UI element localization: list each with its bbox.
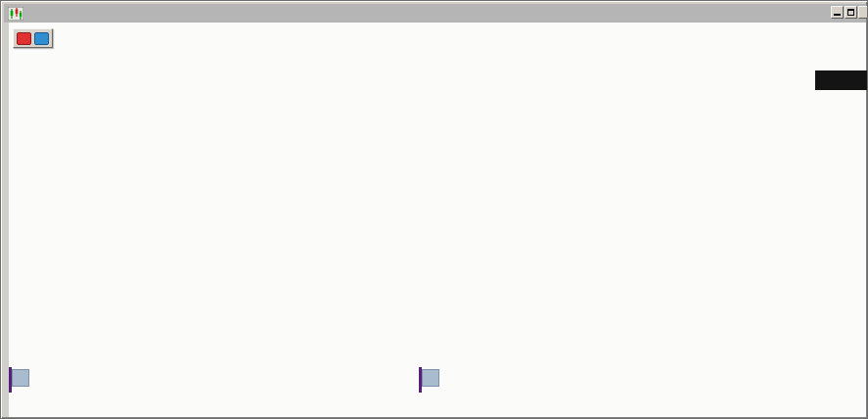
- toolbar-button-blue[interactable]: [34, 32, 49, 45]
- month-separator-bar: [9, 367, 12, 393]
- current-price-label: [815, 70, 867, 90]
- chart-toolbar: [13, 28, 53, 48]
- maximize-button[interactable]: [845, 6, 857, 19]
- chart-icon: [8, 7, 23, 21]
- month-separator-bar: [419, 367, 422, 393]
- toolbar-button-red[interactable]: [17, 32, 31, 45]
- left-margin: [4, 23, 9, 417]
- chart-client-area: [4, 23, 866, 417]
- maximize-icon: [847, 9, 854, 16]
- minimize-icon: [834, 14, 841, 16]
- month-label-march: [12, 369, 29, 387]
- title-bar[interactable]: [4, 4, 866, 23]
- month-label-april: [422, 369, 439, 387]
- chart-window: [0, 0, 868, 419]
- close-button[interactable]: [858, 6, 868, 19]
- minimize-button[interactable]: [831, 6, 844, 19]
